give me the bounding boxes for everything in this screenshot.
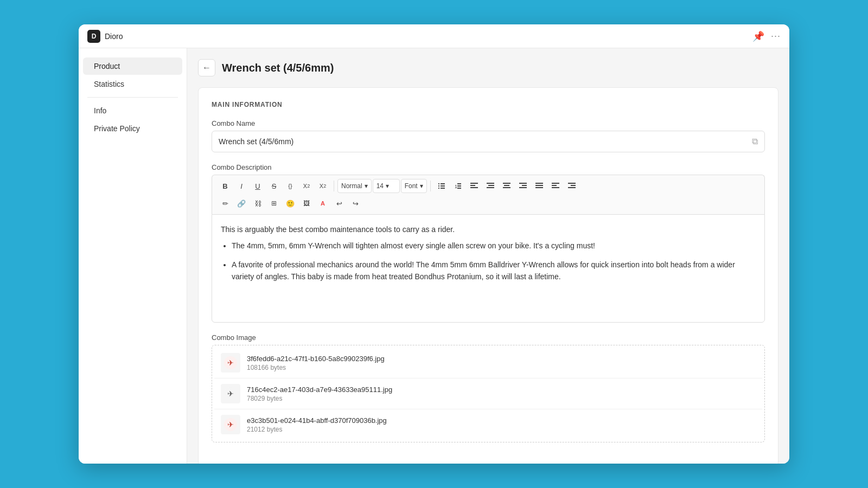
strikethrough-button[interactable]: S [266, 178, 282, 194]
airplane-icon-3: ✈ [223, 417, 238, 432]
outdent-button[interactable] [564, 178, 579, 194]
svg-rect-28 [568, 183, 576, 184]
svg-rect-16 [503, 183, 510, 184]
svg-rect-17 [504, 185, 509, 186]
svg-rect-15 [487, 187, 494, 188]
svg-rect-20 [522, 185, 527, 186]
pin-icon[interactable]: 📌 [752, 30, 764, 42]
combo-name-value: Wrench set (4/5/6mm) [219, 137, 293, 146]
sidebar-group-secondary: Info Private Policy [79, 102, 187, 137]
align-right-button[interactable] [515, 178, 531, 194]
image-info-2: 716c4ec2-ae17-403d-a7e9-43633ea95111.jpg… [247, 386, 756, 402]
app-logo: D [87, 30, 100, 43]
back-button[interactable]: ← [198, 59, 215, 76]
airplane-icon-2: ✈ [223, 386, 238, 401]
indent-button[interactable] [548, 178, 563, 194]
editor-toolbar: B I U S {} X2 X2 Normal [212, 175, 765, 214]
image-name-3: e3c3b501-e024-41b4-abff-d370f709036b.jpg [247, 416, 756, 425]
sidebar-item-info[interactable]: Info [83, 102, 182, 119]
titlebar-actions: 📌 ··· [752, 30, 781, 42]
main-info-card: MAIN INFORMATION Combo Name Wrench set (… [198, 87, 778, 464]
redo-button[interactable]: ↪ [348, 196, 363, 211]
toolbar-row-2: ✏ 🔗 ⛓ ⊞ 🙂 🖼 A ↩ ↪ [218, 196, 759, 211]
superscript-button[interactable]: X2 [299, 178, 314, 194]
editor-content[interactable]: This is arguably the best combo maintena… [212, 214, 765, 323]
combo-name-field: Combo Name Wrench set (4/5/6mm) ⧉ [212, 119, 765, 152]
image-thumb-1: ✈ [221, 353, 240, 373]
italic-button[interactable]: I [234, 178, 249, 194]
undo-button[interactable]: ↩ [331, 196, 347, 211]
editor-intro: This is arguably the best combo maintena… [221, 223, 756, 235]
justify-button[interactable] [532, 178, 547, 194]
svg-rect-11 [470, 185, 475, 186]
svg-rect-24 [535, 187, 543, 188]
svg-rect-27 [552, 187, 559, 188]
font-select[interactable]: Font ▾ [401, 179, 427, 193]
svg-rect-7 [457, 183, 461, 184]
font-size-select[interactable]: 14 ▾ [373, 179, 400, 193]
page-header: ← Wrench set (4/5/6mm) [198, 59, 778, 76]
editor-bullet-list: The 4mm, 5mm, 6mm Y-Wrench will tighten … [221, 240, 756, 282]
image-size-2: 78029 bytes [247, 395, 756, 402]
svg-rect-10 [470, 183, 478, 184]
combo-description-field: Combo Description B I U S {} X2 X2 [212, 163, 765, 323]
titlebar: D Dioro 📌 ··· [79, 24, 789, 48]
main-info-section-title: MAIN INFORMATION [212, 101, 765, 108]
back-arrow-icon: ← [202, 63, 211, 73]
page-title: Wrench set (4/5/6mm) [222, 62, 334, 74]
sidebar-item-product[interactable]: Product [83, 57, 182, 75]
image-size-1: 108166 bytes [247, 364, 756, 371]
font-size-value: 14 [376, 182, 384, 190]
pencil-button[interactable]: ✏ [218, 196, 233, 211]
sidebar-item-private-policy[interactable]: Private Policy [83, 120, 182, 137]
image-button[interactable]: 🖼 [299, 196, 314, 211]
combo-image-field: Combo Image ✈ 3f6fedd6-a21c-47f [212, 333, 765, 442]
svg-rect-3 [441, 185, 445, 187]
align-left-button[interactable] [467, 178, 482, 194]
image-size-3: 21012 bytes [247, 426, 756, 433]
outdent-icon [568, 183, 576, 189]
more-menu-icon[interactable]: ··· [771, 30, 781, 42]
style-select[interactable]: Normal ▾ [337, 179, 372, 193]
subscript-button[interactable]: X2 [315, 178, 330, 194]
combo-description-label: Combo Description [212, 163, 765, 171]
sidebar-item-statistics[interactable]: Statistics [83, 75, 182, 93]
sidebar-group-main: Product Statistics [79, 57, 187, 93]
svg-rect-26 [552, 185, 557, 186]
style-select-arrow: ▾ [365, 182, 368, 190]
link-button[interactable]: 🔗 [234, 196, 249, 211]
align-indent-button[interactable] [483, 178, 498, 194]
image-upload-area[interactable]: ✈ 3f6fedd6-a21c-47f1-b160-5a8c990239f6.j… [212, 345, 765, 442]
unlink-button[interactable]: ⛓ [250, 196, 265, 211]
image-info-3: e3c3b501-e024-41b4-abff-d370f709036b.jpg… [247, 416, 756, 433]
svg-rect-12 [470, 187, 478, 188]
underline-button[interactable]: U [250, 178, 265, 194]
align-center-icon [503, 183, 510, 189]
svg-rect-9 [457, 188, 461, 189]
font-size-arrow: ▾ [386, 182, 389, 190]
svg-rect-14 [488, 185, 494, 186]
svg-rect-22 [535, 183, 543, 184]
unordered-list-button[interactable] [434, 178, 449, 194]
image-item-3: ✈ e3c3b501-e024-41b4-abff-d370f709036b.j… [214, 409, 762, 440]
svg-rect-29 [571, 185, 576, 186]
svg-rect-19 [519, 183, 527, 184]
combo-name-input[interactable]: Wrench set (4/5/6mm) ⧉ [212, 131, 765, 152]
image-name-1: 3f6fedd6-a21c-47f1-b160-5a8c990239f6.jpg [247, 355, 756, 363]
highlight-button[interactable]: A [315, 196, 330, 211]
content-area: Product Statistics Info Private Policy [79, 48, 789, 464]
app-name: Dioro [105, 32, 123, 41]
bold-button[interactable]: B [218, 178, 233, 194]
copy-icon: ⧉ [752, 137, 758, 146]
font-select-value: Font [405, 182, 418, 190]
align-center-button[interactable] [499, 178, 514, 194]
svg-rect-23 [535, 185, 543, 186]
table-button[interactable]: ⊞ [266, 196, 282, 211]
image-thumb-3: ✈ [221, 415, 240, 434]
ul-icon [438, 182, 445, 190]
image-thumb-2: ✈ [221, 384, 240, 403]
ordered-list-button[interactable]: 1. [450, 178, 465, 194]
emoji-button[interactable]: 🙂 [283, 196, 298, 211]
svg-rect-25 [552, 183, 559, 184]
code-button[interactable]: {} [283, 178, 298, 194]
